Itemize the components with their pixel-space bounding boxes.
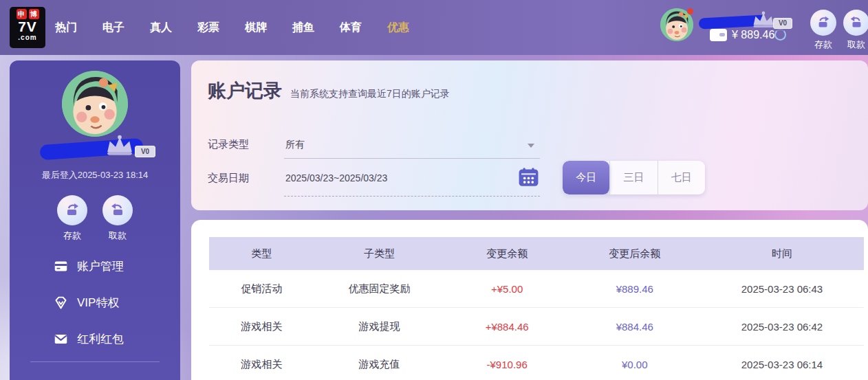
sidebar-item-label: VIP特权: [77, 295, 119, 311]
card-icon: [54, 259, 68, 273]
cell-type: 游戏相关: [209, 320, 314, 333]
record-type-select[interactable]: 所有: [285, 139, 305, 151]
page-title-row: 账户记录 当前系统支持查询最近7日的账户记录: [208, 78, 450, 103]
cell-balance-after: ¥0.00: [569, 359, 700, 370]
account-records-page: 申 博 7V .com 热门 电子 真人 彩票 棋牌 捕鱼 体育 优惠 V0 ¥…: [0, 0, 868, 380]
calendar-icon[interactable]: [518, 167, 539, 187]
nav-item-fishing[interactable]: 捕鱼: [292, 21, 314, 35]
deposit-button[interactable]: [810, 10, 836, 36]
cell-change-amount: -¥910.96: [445, 359, 569, 370]
sidebar-item-account-management[interactable]: 账户管理: [54, 258, 124, 274]
table-row: 游戏相关 游戏充值 -¥910.96 ¥0.00 2025-03-23 06:1…: [209, 346, 864, 380]
envelope-icon: [54, 332, 68, 346]
sidebar-quick-actions: 存款 取款: [10, 195, 180, 242]
nav-item-sports[interactable]: 体育: [340, 21, 362, 35]
brand-logo[interactable]: 申 博 7V .com: [10, 7, 45, 48]
cell-balance-after: ¥889.46: [569, 283, 700, 295]
range-today-button[interactable]: 今日: [563, 161, 609, 194]
table-row: 游戏相关 游戏提现 +¥884.46 ¥884.46 2025-03-23 06…: [209, 308, 864, 346]
cell-time: 2025-03-23 06:14: [700, 359, 864, 370]
sidebar-withdraw-icon: [102, 195, 133, 225]
sidebar-vip-crown-icon: [105, 135, 135, 157]
cell-change-amount: +¥884.46: [445, 321, 569, 333]
cell-subtype: 游戏提现: [314, 320, 444, 333]
sidebar-item-label: 红利红包: [77, 331, 124, 347]
cell-type: 促销活动: [209, 282, 314, 295]
nav-item-lottery[interactable]: 彩票: [197, 21, 219, 35]
col-header-subtype: 子类型: [314, 247, 444, 260]
nav-item-boardgames[interactable]: 棋牌: [245, 21, 267, 35]
nav-item-live[interactable]: 真人: [150, 21, 172, 35]
cell-time: 2025-03-23 06:42: [700, 321, 864, 333]
last-login-text: 最后登入2025-03-23 18:14: [10, 169, 180, 181]
col-header-type: 类型: [209, 247, 314, 260]
withdraw-button-label[interactable]: 取款: [843, 38, 868, 51]
page-subtitle: 当前系统支持查询最近7日的账户记录: [290, 88, 450, 100]
range-three-days-button[interactable]: 三日: [609, 161, 657, 194]
record-type-label: 记录类型: [208, 138, 249, 151]
nav-item-hot[interactable]: 热门: [55, 21, 77, 35]
sidebar-withdraw-button[interactable]: 取款: [102, 195, 133, 242]
table-header-row: 类型 子类型 变更余额 变更后余额 时间: [209, 237, 864, 270]
cell-change-amount: +¥5.00: [445, 283, 569, 295]
date-range-label: 交易日期: [208, 172, 249, 185]
gem-icon: [54, 295, 68, 310]
cell-subtype: 游戏充值: [314, 358, 444, 371]
cell-subtype: 优惠固定奖励: [314, 282, 444, 295]
table-row: 促销活动 优惠固定奖励 +¥5.00 ¥889.46 2025-03-23 06…: [209, 270, 864, 308]
page-title: 账户记录: [208, 78, 282, 103]
col-header-time: 时间: [700, 247, 864, 260]
sidebar-withdraw-label: 取款: [109, 230, 127, 242]
sidebar-deposit-icon: [57, 195, 87, 225]
vip-crown-icon: [751, 11, 776, 29]
col-header-change: 变更余额: [445, 247, 569, 260]
cell-balance-after: ¥884.46: [569, 321, 700, 333]
deposit-button-label[interactable]: 存款: [810, 38, 837, 51]
brand-badge-row: 申 博: [17, 9, 39, 19]
withdraw-button[interactable]: [843, 10, 868, 36]
records-table-card: 类型 子类型 变更余额 变更后余额 时间 促销活动 优惠固定奖励 +¥5.00 …: [191, 220, 868, 380]
sidebar-vip-level-badge: V0: [135, 146, 155, 157]
brand-badge-char: 申: [17, 9, 27, 19]
cell-type: 游戏相关: [209, 358, 314, 371]
sidebar-menu: 账户管理 VIP特权 红利红包: [54, 258, 124, 347]
sidebar-divider: [30, 361, 160, 362]
top-navigation-bar: 申 博 7V .com 热门 电子 真人 彩票 棋牌 捕鱼 体育 优惠 V0 ¥…: [0, 0, 868, 55]
col-header-balance-after: 变更后余额: [569, 247, 700, 260]
sidebar-deposit-label: 存款: [63, 230, 81, 242]
nav-item-promotions[interactable]: 优惠: [387, 21, 409, 35]
filters-panel: 账户记录 当前系统支持查询最近7日的账户记录 记录类型 所有 交易日期 2025…: [191, 60, 868, 210]
user-sidebar: V0 最后登入2025-03-23 18:14 存款 取款: [10, 60, 180, 380]
deposit-icon: [816, 15, 831, 30]
record-type-underline: [284, 158, 540, 159]
quick-range-group: 今日 三日 七日: [563, 161, 705, 194]
sidebar-avatar: [62, 71, 128, 137]
main-nav: 热门 电子 真人 彩票 棋牌 捕鱼 体育 优惠: [55, 0, 409, 55]
wallet-icon: [710, 29, 727, 41]
notification-dot: [687, 8, 693, 14]
sidebar-item-label: 账户管理: [77, 258, 124, 274]
date-range-underline: [284, 196, 540, 197]
sidebar-deposit-button[interactable]: 存款: [57, 195, 87, 242]
brand-tld: .com: [18, 34, 36, 41]
cell-time: 2025-03-23 06:43: [700, 283, 864, 295]
brand-name: 7V: [18, 19, 37, 34]
brand-badge-char: 博: [29, 9, 39, 19]
range-seven-days-button[interactable]: 七日: [658, 161, 705, 194]
sidebar-item-bonus-redpacket[interactable]: 红利红包: [54, 331, 124, 347]
vip-level-badge: V0: [773, 18, 792, 29]
nav-item-slots[interactable]: 电子: [102, 21, 124, 35]
withdraw-icon: [849, 15, 864, 30]
refresh-balance-icon[interactable]: [774, 29, 786, 41]
chevron-down-icon[interactable]: [528, 144, 534, 148]
date-range-input[interactable]: 2025/03/23~2025/03/23: [285, 172, 387, 183]
sidebar-item-vip-privileges[interactable]: VIP特权: [54, 295, 124, 311]
balance-amount: ¥ 889.46: [732, 29, 774, 41]
